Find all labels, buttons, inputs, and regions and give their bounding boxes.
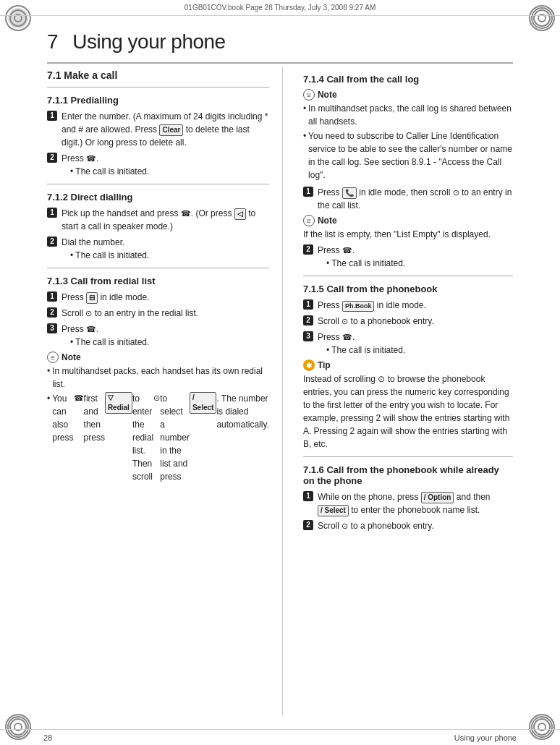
chapter-divider (47, 62, 513, 64)
step-716-1: 1 While on the phone, press / Option and… (303, 490, 513, 516)
section-71-title: 7.1 Make a call (47, 69, 269, 81)
step-716-2: 2 Scroll ⊙ to a phonebook entry. (303, 519, 513, 532)
page-content: 7 Using your phone 7.1 Make a call 7.1.1… (40, 16, 520, 729)
step-715-3-bullet: The call is initiated. (326, 344, 513, 357)
step-content-713-1: Press ⊟ in idle mode. (61, 291, 269, 304)
note-icon-714: ≡ (303, 89, 315, 101)
bottom-bar: 28 Using your phone (0, 729, 560, 745)
step-713-3-bullet: The call is initiated. (70, 336, 269, 349)
calllog-key-714: 📞 (342, 187, 357, 199)
call-key-715-3: ☎ (342, 331, 352, 344)
step-712-2: 2 Dial the number. The call is initiated… (47, 236, 269, 262)
step-715-3: 3 Press ☎. The call is initiated. (303, 331, 513, 357)
section-715-divider (303, 456, 513, 457)
section-711-divider (47, 184, 269, 184)
phbook-key-715: Ph.Book (342, 301, 375, 312)
note-714-mid-text: If the list is empty, then "List Empty" … (303, 228, 513, 241)
note-713-bullet1: In multihandset packs, each handset has … (47, 365, 269, 391)
step-num-712-1: 1 (47, 208, 57, 218)
step-content-712-1: Pick up the handset and press ☎. (Or pre… (61, 207, 269, 233)
left-column: 7.1 Make a call 7.1.1 Predialling 1 Ente… (47, 67, 283, 715)
right-column: 7.1.4 Call from the call log ≡ Note In m… (300, 67, 513, 715)
note-713-bullet2: You can also press ☎ first and then pres… (47, 392, 269, 483)
note-714-bullet2: You need to subscribe to Caller Line Ide… (303, 129, 513, 182)
note-714-top: ≡ Note In multihandset packs, the call l… (303, 89, 513, 183)
step-num-714-2: 2 (303, 244, 313, 255)
note-714-mid-header: ≡ Note (303, 215, 513, 226)
step-713-1: 1 Press ⊟ in idle mode. (47, 291, 269, 304)
select-btn-713n: / Select (190, 392, 216, 414)
chapter-number: 7 (47, 30, 59, 53)
step-714-2-bullet: The call is initiated. (326, 257, 513, 270)
step-num-716-1: 1 (303, 491, 313, 501)
step-num-715-2: 2 (303, 315, 313, 325)
call-key-711: ☎ (86, 153, 96, 165)
section-711-title: 7.1.1 Predialling (47, 95, 269, 106)
step-num-712-2: 2 (47, 237, 57, 247)
step-content-714-1: Press 📞 in idle mode, then scroll ⊙ to a… (318, 186, 513, 212)
scroll-key-714: ⊙ (453, 187, 459, 199)
tip-715: ✱ Tip Instead of scrolling ⊙ to browse t… (303, 359, 513, 451)
step-content-713-3: Press ☎. The call is initiated. (61, 323, 269, 349)
call-icon-713n: ☎ (74, 392, 84, 404)
step-713-2: 2 Scroll ⊙ to an entry in the redial lis… (47, 307, 269, 320)
section-712-title: 7.1.2 Direct dialling (47, 192, 269, 203)
step-num-711-1: 1 (47, 111, 57, 121)
step-712-2-bullet: The call is initiated. (70, 249, 269, 262)
clear-key: Clear (159, 124, 183, 136)
note-icon-713: ≡ (47, 352, 59, 363)
section-714-title: 7.1.4 Call from the call log (303, 74, 513, 85)
tip-715-header: ✱ Tip (303, 359, 513, 371)
step-content-715-2: Scroll ⊙ to a phonebook entry. (318, 315, 513, 328)
note-icon-714-mid: ≡ (303, 215, 315, 226)
chapter-label: Using your phone (454, 733, 517, 742)
step-711-2-bullet: The call is initiated. (70, 165, 269, 178)
step-713-3: 3 Press ☎. The call is initiated. (47, 323, 269, 349)
topbar-text: 01GB01COV.book Page 28 Thursday, July 3,… (184, 4, 376, 12)
step-num-711-2: 2 (47, 153, 57, 163)
step-num-713-1: 1 (47, 291, 57, 302)
step-num-715-3: 3 (303, 331, 313, 341)
step-content-716-1: While on the phone, press / Option and t… (318, 490, 513, 516)
section-713-title: 7.1.3 Call from redial list (47, 276, 269, 286)
top-bar: 01GB01COV.book Page 28 Thursday, July 3,… (0, 0, 560, 16)
section-715-title: 7.1.5 Call from the phonebook (303, 284, 513, 294)
tip-715-text: Instead of scrolling ⊙ to browse the pho… (303, 372, 513, 451)
note-714-bullet1: In multihandset packs, the call log is s… (303, 102, 513, 128)
step-content-716-2: Scroll ⊙ to a phonebook entry. (318, 519, 513, 532)
call-key-713: ☎ (86, 323, 96, 336)
call-key-712: ☎ (181, 208, 191, 220)
two-column-layout: 7.1 Make a call 7.1.1 Predialling 1 Ente… (47, 67, 513, 715)
step-714-2: 2 Press ☎. The call is initiated. (303, 244, 513, 270)
section-716-title: 7.1.6 Call from the phonebook while alre… (303, 464, 513, 486)
step-content-714-2: Press ☎. The call is initiated. (318, 244, 513, 270)
step-content-712-2: Dial the number. The call is initiated. (61, 236, 269, 262)
step-content-711-1: Enter the number. (A maximum of 24 digit… (61, 110, 269, 149)
select-key-716: / Select (318, 505, 349, 516)
note-713: ≡ Note In multihandset packs, each hands… (47, 352, 269, 485)
step-content-711-2: Press ☎. The call is initiated. (61, 152, 269, 178)
scroll-key-716-2: ⊙ (341, 520, 348, 532)
section-71-divider (47, 87, 269, 88)
step-num-714-1: 1 (303, 187, 313, 197)
step-num-713-2: 2 (47, 307, 57, 318)
step-content-713-2: Scroll ⊙ to an entry in the redial list. (61, 307, 269, 320)
scroll-icon-713n: ⊙ (153, 392, 160, 404)
option-key-716: / Option (421, 492, 454, 503)
step-content-715-1: Press Ph.Book in idle mode. (318, 299, 513, 312)
step-content-715-3: Press ☎. The call is initiated. (318, 331, 513, 357)
note-714-mid: ≡ Note If the list is empty, then "List … (303, 215, 513, 241)
step-num-716-2: 2 (303, 520, 313, 530)
speaker-key-712: ◁ (234, 208, 246, 220)
step-712-1: 1 Pick up the handset and press ☎. (Or p… (47, 207, 269, 233)
step-714-1: 1 Press 📞 in idle mode, then scroll ⊙ to… (303, 186, 513, 212)
redial-key-713: ⊟ (86, 292, 98, 304)
note-714-header: ≡ Note (303, 89, 513, 101)
step-num-715-1: 1 (303, 299, 313, 310)
note-713-header: ≡ Note (47, 352, 269, 363)
section-712-divider (47, 268, 269, 268)
step-711-2: 2 Press ☎. The call is initiated. (47, 152, 269, 178)
tip-icon-715: ✱ (303, 359, 315, 371)
step-711-1: 1 Enter the number. (A maximum of 24 dig… (47, 110, 269, 149)
scroll-key-713-2: ⊙ (85, 307, 92, 320)
